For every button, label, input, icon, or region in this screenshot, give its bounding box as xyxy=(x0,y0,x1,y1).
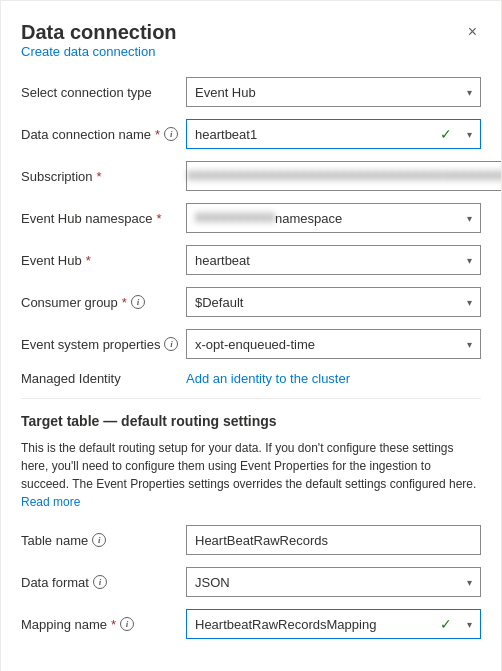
consumer-group-info-icon[interactable]: i xyxy=(131,295,145,309)
eventhub-namespace-required: * xyxy=(157,211,162,226)
consumer-group-row: Consumer group * i $Default ▾ xyxy=(21,287,481,317)
eventhub-required: * xyxy=(86,253,91,268)
mapping-name-required: * xyxy=(111,617,116,632)
connection-name-input-wrapper[interactable]: ✓ ▾ xyxy=(186,119,481,149)
data-format-row: Data format i JSON ▾ xyxy=(21,567,481,597)
eventhub-label: Event Hub * xyxy=(21,253,186,268)
panel-header: Data connection Create data connection × xyxy=(1,1,501,63)
eventhub-row: Event Hub * heartbeat ▾ xyxy=(21,245,481,275)
section-desc-text: This is the default routing setup for yo… xyxy=(21,441,476,491)
connection-type-label: Select connection type xyxy=(21,85,186,100)
create-link[interactable]: Create data connection xyxy=(21,44,155,59)
read-more-link[interactable]: Read more xyxy=(21,495,80,509)
eventhub-select[interactable]: heartbeat xyxy=(187,246,480,274)
data-format-info-icon[interactable]: i xyxy=(93,575,107,589)
managed-identity-row: Managed Identity Add an identity to the … xyxy=(21,371,481,386)
subscription-required: * xyxy=(97,169,102,184)
consumer-group-select[interactable]: $Default xyxy=(187,288,480,316)
mapping-name-label: Mapping name * i xyxy=(21,617,186,632)
mapping-name-row: Mapping name * i ✓ ▾ xyxy=(21,609,481,639)
namespace-suffix: namespace xyxy=(275,211,342,226)
eventhub-select-wrapper[interactable]: heartbeat ▾ xyxy=(186,245,481,275)
event-system-select[interactable]: x-opt-enqueued-time xyxy=(187,330,480,358)
table-name-input[interactable] xyxy=(187,526,480,554)
data-connection-panel: Data connection Create data connection ×… xyxy=(0,0,502,671)
subscription-select-wrapper[interactable]: XXXXXXXXXXXXXXXXXXXXXXXXXXXXXXXXXXXXXXXX… xyxy=(186,161,501,191)
target-section-header: Target table — default routing settings xyxy=(21,398,481,429)
managed-identity-link[interactable]: Add an identity to the cluster xyxy=(186,371,350,386)
eventhub-namespace-select-wrapper[interactable]: XXXXXXXXXX namespace ▾ xyxy=(186,203,481,233)
connection-type-row: Select connection type Event Hub ▾ xyxy=(21,77,481,107)
eventhub-namespace-label: Event Hub namespace * xyxy=(21,211,186,226)
connection-name-required: * xyxy=(155,127,160,142)
event-system-info-icon[interactable]: i xyxy=(164,337,178,351)
table-name-info-icon[interactable]: i xyxy=(92,533,106,547)
target-section-desc: This is the default routing setup for yo… xyxy=(21,439,481,511)
mapping-name-input-wrapper[interactable]: ✓ ▾ xyxy=(186,609,481,639)
subscription-blurred-value: XXXXXXXXXXXXXXXXXXXXXXXXXXXXXXXXXXXXXXXX… xyxy=(187,169,501,183)
header-text: Data connection Create data connection xyxy=(21,21,177,59)
connection-type-select[interactable]: Event Hub xyxy=(187,78,480,106)
table-name-input-wrapper[interactable] xyxy=(186,525,481,555)
namespace-blurred-value: XXXXXXXXXX xyxy=(195,211,275,225)
event-system-row: Event system properties i x-opt-enqueued… xyxy=(21,329,481,359)
data-format-select-wrapper[interactable]: JSON ▾ xyxy=(186,567,481,597)
subscription-row: Subscription * XXXXXXXXXXXXXXXXXXXXXXXXX… xyxy=(21,161,481,191)
mapping-name-input[interactable] xyxy=(187,610,480,638)
connection-type-select-wrapper[interactable]: Event Hub ▾ xyxy=(186,77,481,107)
close-button[interactable]: × xyxy=(464,19,481,45)
panel-title: Data connection xyxy=(21,21,177,44)
event-system-label: Event system properties i xyxy=(21,337,186,352)
connection-name-input[interactable] xyxy=(187,120,480,148)
event-system-select-wrapper[interactable]: x-opt-enqueued-time ▾ xyxy=(186,329,481,359)
table-name-row: Table name i xyxy=(21,525,481,555)
panel-body: Select connection type Event Hub ▾ Data … xyxy=(1,63,501,671)
subscription-label: Subscription * xyxy=(21,169,186,184)
connection-name-info-icon[interactable]: i xyxy=(164,127,178,141)
connection-name-label: Data connection name * i xyxy=(21,127,186,142)
table-name-label: Table name i xyxy=(21,533,186,548)
consumer-group-select-wrapper[interactable]: $Default ▾ xyxy=(186,287,481,317)
consumer-group-label: Consumer group * i xyxy=(21,295,186,310)
consumer-group-required: * xyxy=(122,295,127,310)
managed-identity-label: Managed Identity xyxy=(21,371,186,386)
data-format-label: Data format i xyxy=(21,575,186,590)
data-format-select[interactable]: JSON xyxy=(187,568,480,596)
eventhub-namespace-row: Event Hub namespace * XXXXXXXXXX namespa… xyxy=(21,203,481,233)
mapping-name-info-icon[interactable]: i xyxy=(120,617,134,631)
connection-name-row: Data connection name * i ✓ ▾ xyxy=(21,119,481,149)
